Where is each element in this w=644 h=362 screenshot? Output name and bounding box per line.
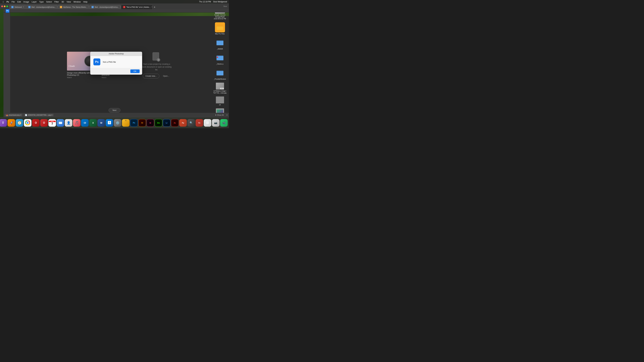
dialog-ps-icon: Ps	[94, 58, 100, 65]
browser-tab-bar: S Siteboard ✕ M Mail - sissiwedgwood@hot…	[0, 3, 229, 9]
3d-menu[interactable]: 3D	[60, 0, 66, 3]
dock-music[interactable]: 🎵	[73, 119, 80, 127]
tab-favicon-hipstamp: H	[60, 6, 62, 8]
dock-notes[interactable]: N	[122, 119, 130, 127]
dock-dreamweaver[interactable]: Dw	[155, 119, 162, 127]
dock-powerpoint[interactable]: Pp	[179, 119, 187, 127]
dock-chrome[interactable]	[24, 119, 32, 127]
menu-bar:  Ps File Edit Image Layer Type Select F…	[0, 0, 229, 3]
dock-calendar[interactable]: AUG 3	[48, 119, 56, 127]
file-menu[interactable]: File	[10, 0, 16, 3]
dock-opera[interactable]: O	[32, 119, 40, 127]
dock-acrobat[interactable]: Ac	[171, 119, 178, 127]
dock-image-capture[interactable]: 📷	[212, 119, 220, 127]
menu-bar-user: Sissi Wedgwood	[212, 1, 228, 3]
not-png-dialog: Adobe Photoshop Ps Not a PNG file OK	[90, 52, 142, 75]
tab-label-hipstamp: HipStamp - The Stamp Marke...	[63, 6, 87, 8]
window-menu[interactable]: Window	[72, 0, 82, 3]
tab-favicon-adobe: A	[123, 6, 125, 8]
tab-siteboard[interactable]: S Siteboard ✕	[9, 5, 26, 9]
new-tab-button[interactable]: +	[153, 5, 156, 9]
tab-close-siteboard[interactable]: ✕	[23, 6, 24, 8]
tab-favicon-siteboard: S	[11, 6, 14, 8]
filter-menu[interactable]: Filter	[53, 0, 60, 3]
dock-excel[interactable]: X	[89, 119, 97, 127]
dock-safari[interactable]: 🧭	[16, 119, 23, 127]
select-menu[interactable]: Select	[45, 0, 53, 3]
maximize-button[interactable]	[6, 5, 8, 7]
tab-label-adobe: "Not a PNG file" error | Adobe...	[126, 6, 150, 8]
tab-close-mail1[interactable]: ✕	[57, 6, 58, 8]
layer-menu[interactable]: Layer	[30, 0, 38, 3]
dock-illustrator[interactable]: Ai	[138, 119, 146, 127]
dock-filezilla[interactable]: Fz	[196, 119, 203, 127]
type-menu[interactable]: Type	[38, 0, 45, 3]
apple-menu[interactable]: 	[1, 0, 5, 3]
tab-adobe-error[interactable]: A "Not a PNG file" error | Adobe... ✕	[121, 5, 152, 9]
tab-mail2[interactable]: M Mail - slssiwedgwood@hotma... ✕	[90, 5, 121, 9]
dock-photoshop[interactable]: Ps	[130, 119, 138, 127]
dock-mail[interactable]: ✉️	[56, 119, 64, 127]
dock-preview[interactable]: 🖼	[204, 119, 211, 127]
browser-user-label: Sissi	[224, 5, 227, 7]
dock-unknown[interactable]: 🔍	[188, 119, 195, 127]
view-menu[interactable]: View	[65, 0, 72, 3]
tab-close-hipstamp[interactable]: ✕	[88, 6, 90, 8]
dock-contacts[interactable]: 👤	[65, 119, 72, 127]
dock-lightroom[interactable]: Lr	[163, 119, 170, 127]
tab-close-adobe[interactable]: ✕	[152, 6, 152, 8]
dialog-message: Not a PNG file	[103, 61, 116, 63]
tab-favicon-mail2: M	[92, 6, 94, 8]
tab-label-mail1: Mail - sissiwedgwood@hotma...	[32, 6, 56, 8]
dialog-footer: OK	[90, 68, 142, 75]
dock-launchpad[interactable]: 🚀	[8, 119, 15, 127]
dock-outlook[interactable]: Ol	[81, 119, 89, 127]
tab-hipstamp[interactable]: H HipStamp - The Stamp Marke... ✕	[58, 5, 89, 9]
dock-facetime[interactable]: 📹	[220, 119, 228, 127]
dock-system-preferences[interactable]: ⚙️	[114, 119, 122, 127]
help-menu[interactable]: Help	[82, 0, 89, 3]
image-menu[interactable]: Image	[22, 0, 30, 3]
dock: 🎙 🚀 🧭 O O AUG 3 ✉️ 👤 🎵 Ol X W	[0, 117, 229, 128]
dock-appstore[interactable]: 🅰	[106, 119, 113, 127]
dialog-body: Ps Not a PNG file	[90, 56, 142, 68]
minimize-button[interactable]	[4, 5, 6, 7]
app-name-menu[interactable]: Ps	[5, 0, 10, 3]
browser-tabs: S Siteboard ✕ M Mail - sissiwedgwood@hot…	[9, 3, 222, 9]
dialog-title: Adobe Photoshop	[90, 52, 142, 56]
close-button[interactable]	[1, 5, 3, 7]
tab-label-siteboard: Siteboard	[14, 6, 22, 8]
dialog-ok-button[interactable]: OK	[130, 69, 140, 73]
tab-mail1[interactable]: M Mail - sissiwedgwood@hotma... ✕	[26, 5, 58, 9]
tab-label-mail2: Mail - slssiwedgwood@hotma...	[95, 6, 119, 8]
menu-bar-time: Thu 12:18 PM	[198, 1, 212, 3]
svg-point-33	[27, 122, 28, 124]
window-controls	[0, 5, 9, 7]
tab-favicon-mail1: M	[28, 6, 30, 8]
dock-indesign[interactable]: Id	[146, 119, 154, 127]
dock-opera2[interactable]: O	[40, 119, 48, 127]
dialog-overlay: Adobe Photoshop Ps Not a PNG file OK	[4, 9, 229, 117]
tab-close-mail2[interactable]: ✕	[120, 6, 121, 8]
dock-siri[interactable]: 🎙	[0, 119, 7, 127]
dock-word[interactable]: W	[98, 119, 105, 127]
edit-menu[interactable]: Edit	[16, 0, 22, 3]
